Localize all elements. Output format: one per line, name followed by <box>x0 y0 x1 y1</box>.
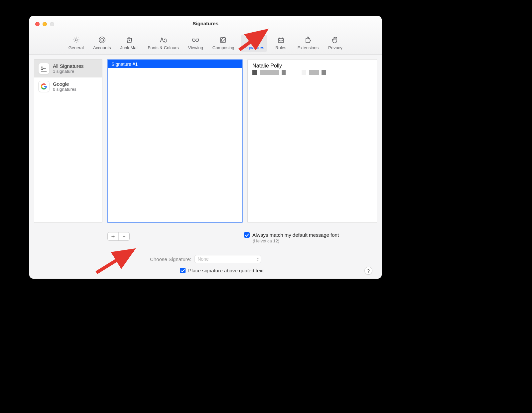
help-button[interactable]: ? <box>364 267 372 275</box>
preview-name: Natalie Polly <box>252 63 372 69</box>
glasses-icon <box>191 36 200 44</box>
svg-point-0 <box>75 39 77 41</box>
tab-privacy[interactable]: Privacy <box>325 35 345 52</box>
place-above-checkbox[interactable] <box>180 268 186 273</box>
account-row-google[interactable]: Google 0 signatures <box>34 77 102 95</box>
signature-icon <box>38 63 50 74</box>
tab-accounts[interactable]: Accounts <box>90 35 113 52</box>
tab-rules[interactable]: Rules <box>271 35 291 52</box>
at-icon <box>97 36 107 44</box>
tab-junk[interactable]: Junk Mail <box>117 35 141 52</box>
columns: All Signatures 1 signature Google 0 sign… <box>34 59 377 229</box>
remove-signature-button[interactable]: － <box>119 232 129 240</box>
add-remove-group: ＋ － <box>107 232 130 241</box>
svg-rect-5 <box>278 39 284 43</box>
window-title: Signatures <box>29 16 382 26</box>
chevron-updown-icon: ▴▾ <box>257 257 259 261</box>
account-count: 1 signature <box>53 69 84 74</box>
minimize-button[interactable] <box>43 22 47 26</box>
add-signature-button[interactable]: ＋ <box>108 232 118 240</box>
account-name: All Signatures <box>53 63 84 69</box>
close-button[interactable] <box>35 22 40 26</box>
preferences-window: Signatures General Accounts Junk Mail Fo… <box>29 16 382 279</box>
hand-icon <box>331 36 340 44</box>
account-count: 0 signatures <box>53 87 76 92</box>
tab-composing[interactable]: Composing <box>210 35 237 52</box>
trash-icon <box>125 36 134 44</box>
match-font-sub: (Helvetica 12) <box>253 238 374 243</box>
puzzle-icon <box>304 36 313 44</box>
match-font-label: Always match my default message font <box>252 232 339 238</box>
content-area: All Signatures 1 signature Google 0 sign… <box>29 55 382 279</box>
preview-redacted-line <box>252 70 372 75</box>
account-row-all[interactable]: All Signatures 1 signature <box>34 60 102 77</box>
signature-name: Signature #1 <box>111 62 138 67</box>
choose-signature-row: Choose Signature: None ▴▾ <box>39 255 372 263</box>
svg-point-2 <box>193 39 195 42</box>
place-above-label: Place signature above quoted text <box>188 268 264 273</box>
font-icon <box>159 36 168 44</box>
signature-preview[interactable]: Natalie Polly <box>247 59 377 223</box>
tab-signatures[interactable]: Signatures <box>241 35 267 52</box>
tab-viewing[interactable]: Viewing <box>186 35 206 52</box>
signature-item[interactable]: Signature #1 <box>108 60 242 68</box>
rules-icon <box>276 36 286 44</box>
compose-icon <box>219 36 228 44</box>
gear-icon <box>71 36 81 44</box>
tab-fonts[interactable]: Fonts & Colours <box>145 35 181 52</box>
choose-signature-value: None <box>198 256 208 262</box>
signatures-list[interactable]: Signature #1 <box>107 59 243 223</box>
tab-extensions[interactable]: Extensions <box>295 35 322 52</box>
titlebar: Signatures General Accounts Junk Mail Fo… <box>29 16 382 55</box>
toolbar-tabs: General Accounts Junk Mail Fonts & Colou… <box>29 35 382 52</box>
google-icon <box>38 81 50 92</box>
footer: Choose Signature: None ▴▾ Place signatur… <box>34 249 377 279</box>
window-controls <box>35 22 54 26</box>
signature-icon <box>249 36 259 44</box>
zoom-button[interactable] <box>50 22 54 26</box>
below-columns: ＋ － Always match my default message font… <box>34 229 377 249</box>
svg-point-1 <box>101 39 103 41</box>
accounts-list[interactable]: All Signatures 1 signature Google 0 sign… <box>34 59 102 223</box>
match-font-row[interactable]: Always match my default message font <box>244 232 374 238</box>
account-name: Google <box>53 81 76 87</box>
svg-point-3 <box>196 39 199 42</box>
choose-signature-select[interactable]: None ▴▾ <box>195 255 261 263</box>
match-font-checkbox[interactable] <box>244 232 250 238</box>
place-above-row[interactable]: Place signature above quoted text <box>71 268 372 273</box>
choose-signature-label: Choose Signature: <box>150 256 191 262</box>
tab-general[interactable]: General <box>66 35 86 52</box>
